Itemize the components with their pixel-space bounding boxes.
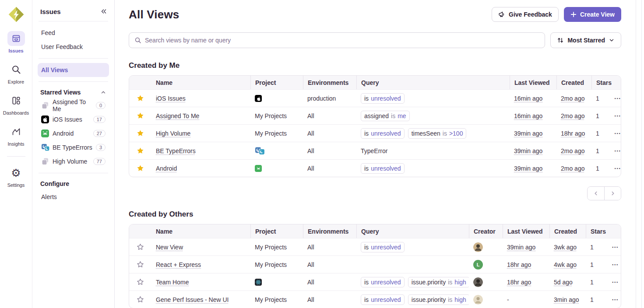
table-row: BE TypeErrors xyxy=(129,142,621,159)
rail-label: Settings xyxy=(7,182,25,188)
starred-view-label: High Volume xyxy=(53,158,87,165)
star-filled-icon xyxy=(137,130,144,137)
column-header-name: Name xyxy=(151,76,250,89)
row-menu-button[interactable]: ⋯ xyxy=(610,273,621,290)
column-header-query: Query xyxy=(356,76,510,89)
star-button[interactable] xyxy=(129,160,151,177)
rail-label: Issues xyxy=(8,48,23,53)
query-cell: is unresolved xyxy=(356,160,510,177)
view-name-link[interactable]: New View xyxy=(156,244,183,251)
query-value: me xyxy=(398,112,406,120)
sort-label: Most Starred xyxy=(567,37,605,44)
issue-count-badge: 77 xyxy=(93,158,106,165)
search-input[interactable] xyxy=(145,37,539,44)
table-row: iOS Issues production is unresolved 16mi… xyxy=(129,89,621,107)
megaphone-icon xyxy=(498,11,505,18)
sidebar-item-user-feedback[interactable]: User Feedback xyxy=(38,40,109,54)
row-menu-button[interactable]: ⋯ xyxy=(613,142,621,159)
vertical-scrollbar[interactable] xyxy=(636,0,642,308)
section-title-created-by-others: Created by Others xyxy=(129,210,621,219)
android-project-icon xyxy=(255,165,262,172)
created-cell: 2mo ago xyxy=(561,112,584,119)
query-value: unresolved xyxy=(371,243,401,251)
sidebar-item-all-views[interactable]: All Views xyxy=(38,63,109,77)
views-search[interactable] xyxy=(129,32,545,48)
star-button[interactable] xyxy=(129,256,151,273)
next-page-button[interactable] xyxy=(604,187,621,200)
starred-view-assigned-to-me[interactable]: Assigned To Me 0 xyxy=(38,98,109,112)
starred-view-high-volume[interactable]: High Volume 77 xyxy=(38,154,109,168)
star-button[interactable] xyxy=(129,238,151,256)
android-icon xyxy=(41,130,49,137)
row-menu-button[interactable]: ⋯ xyxy=(613,90,621,107)
query-key: is xyxy=(364,94,369,102)
project-cell: My Projects xyxy=(250,107,303,124)
give-feedback-button[interactable]: Give Feedback xyxy=(492,7,559,22)
query-chip: timesSeen is >100 xyxy=(408,128,467,139)
last-viewed-cell: 18hr ago xyxy=(507,261,531,268)
row-menu-button[interactable]: ⋯ xyxy=(613,125,621,142)
rail-item-issues[interactable]: Issues xyxy=(2,31,30,53)
star-button[interactable] xyxy=(129,273,151,290)
column-header-last-viewed: Last Viewed xyxy=(503,224,549,238)
row-menu-button[interactable]: ⋯ xyxy=(610,256,621,273)
previous-page-button[interactable] xyxy=(588,187,604,200)
query-chip: is unresolved xyxy=(361,277,405,287)
environments-cell: All xyxy=(303,256,356,273)
view-name-link[interactable]: Android xyxy=(156,165,177,172)
query-chip: is unresolved xyxy=(361,93,405,104)
project-cell: My Projects xyxy=(250,125,303,142)
divider xyxy=(39,81,108,82)
plus-icon xyxy=(570,11,577,18)
query-op: is xyxy=(448,296,452,304)
rail-item-dashboards[interactable]: Dashboards xyxy=(2,93,30,116)
starred-views-header[interactable]: Starred Views xyxy=(38,86,109,98)
rail-label: Insights xyxy=(8,141,25,147)
collapse-sidebar-button[interactable] xyxy=(100,8,107,15)
row-menu-button[interactable]: ⋯ xyxy=(613,160,621,177)
issues-sidebar: Issues Feed User Feedback All Views Star… xyxy=(32,0,115,308)
rail-item-explore[interactable]: Explore xyxy=(2,62,30,84)
view-name-link[interactable]: Team Home xyxy=(156,279,189,286)
star-button[interactable] xyxy=(129,90,151,107)
issue-count-badge: 3 xyxy=(96,144,106,151)
starred-view-label: Android xyxy=(53,130,74,137)
starred-view-android[interactable]: Android 27 xyxy=(38,126,109,140)
last-viewed-cell: 16min ago xyxy=(514,112,542,119)
sidebar-item-feed[interactable]: Feed xyxy=(38,26,109,40)
column-header-last-viewed: Last Viewed xyxy=(510,76,556,89)
environments-cell: All xyxy=(303,160,356,177)
query-key: is xyxy=(364,164,369,172)
create-view-button[interactable]: Create View xyxy=(564,7,621,22)
row-menu-button[interactable]: ⋯ xyxy=(613,107,621,124)
rail-item-insights[interactable]: Insights xyxy=(2,124,30,147)
view-name-link[interactable]: Gene Perf Issues - New UI xyxy=(156,296,229,303)
row-menu-button[interactable]: ⋯ xyxy=(610,238,621,256)
page-title: All Views xyxy=(129,8,179,21)
query-key: is xyxy=(364,130,369,137)
sort-dropdown[interactable]: Most Starred xyxy=(550,32,621,48)
rail-item-settings[interactable]: ⚙ Settings xyxy=(2,165,30,188)
dashboards-grid-icon xyxy=(7,93,25,108)
view-name-link[interactable]: BE TypeErrors xyxy=(156,147,196,154)
query-key: timesSeen xyxy=(412,130,440,137)
star-button[interactable] xyxy=(129,107,151,124)
sentry-logo[interactable] xyxy=(7,6,25,23)
view-name-link[interactable]: High Volume xyxy=(156,130,190,137)
row-menu-button[interactable]: ⋯ xyxy=(610,291,621,308)
query-key: is xyxy=(364,278,369,286)
star-filled-icon xyxy=(137,147,144,154)
star-button[interactable] xyxy=(129,142,151,159)
view-name-link[interactable]: iOS Issues xyxy=(156,95,186,102)
view-name-link[interactable]: Assigned To Me xyxy=(156,112,199,119)
view-name-link[interactable]: React + Express xyxy=(156,261,201,268)
sidebar-item-alerts[interactable]: Alerts xyxy=(38,190,109,204)
created-cell: 2mo ago xyxy=(561,95,584,102)
starred-view-be-typeerrors[interactable]: BE TypeErrors 3 xyxy=(38,140,109,154)
query-op: is xyxy=(443,130,447,137)
starred-view-ios-issues[interactable]: iOS Issues 17 xyxy=(38,112,109,126)
star-button[interactable] xyxy=(129,125,151,142)
chevron-up-icon xyxy=(100,89,106,95)
star-button[interactable] xyxy=(129,291,151,308)
query-cell: is unresolved xyxy=(356,238,469,256)
